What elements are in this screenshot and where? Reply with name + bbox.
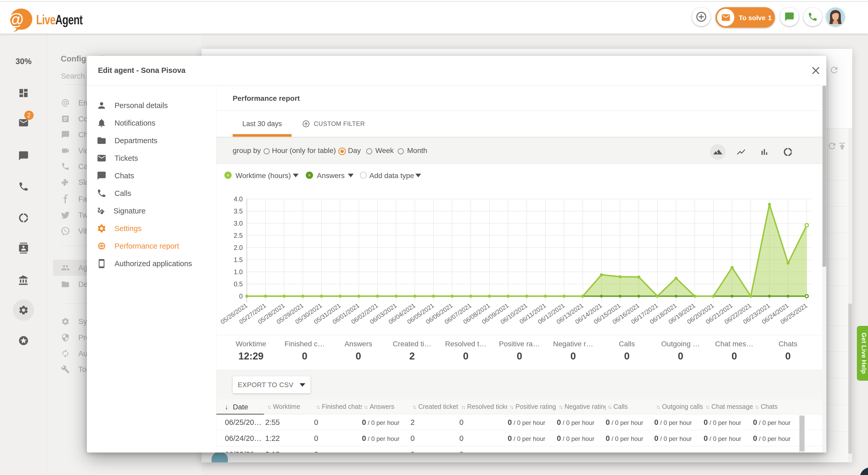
svg-text:3.0: 3.0 [234, 220, 243, 227]
svg-text:1.0: 1.0 [234, 268, 243, 276]
svg-text:0: 0 [239, 292, 243, 300]
svg-text:1.5: 1.5 [234, 256, 243, 263]
svg-text:@: @ [9, 10, 24, 28]
svg-text:3.5: 3.5 [234, 208, 243, 215]
svg-text:2.5: 2.5 [234, 232, 243, 239]
svg-text:2.0: 2.0 [234, 244, 243, 251]
svg-text:4.0: 4.0 [234, 195, 243, 202]
svg-text:0.5: 0.5 [234, 280, 243, 288]
